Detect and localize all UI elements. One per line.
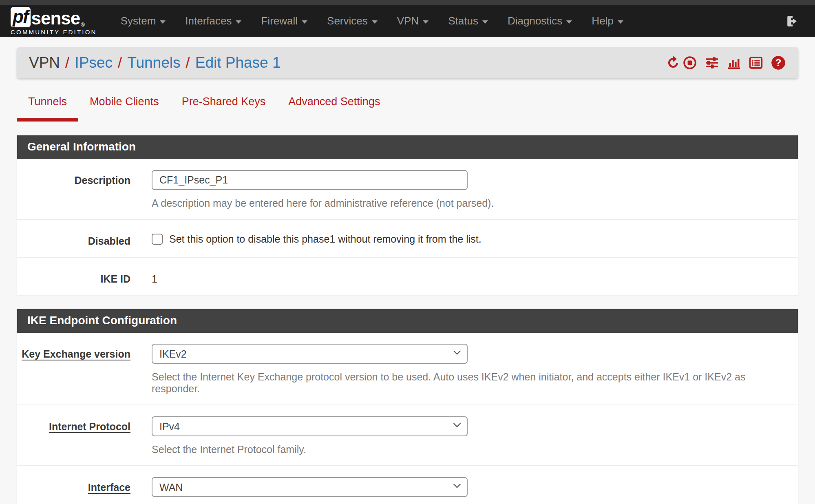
panel-ike-endpoint-configuration: IKE Endpoint Configuration Key Exchange … [17, 309, 798, 504]
stop-circle-icon[interactable] [682, 55, 697, 70]
chevron-down-icon [372, 20, 378, 24]
nav-item-label: Status [448, 15, 478, 27]
refresh-icon[interactable] [666, 55, 680, 70]
community-edition-label: COMMUNITY EDITION [11, 29, 97, 35]
checkbox-label: Set this option to disable this phase1 w… [169, 233, 481, 245]
bar-chart-icon[interactable] [727, 55, 741, 70]
form-row-key-exchange-version: Key Exchange version IKEv2 Select the In… [17, 333, 798, 405]
form-row-ike-id: IKE ID 1 [17, 257, 798, 295]
nav-item-services[interactable]: Services [317, 15, 387, 27]
key-exchange-version-select[interactable]: IKEv2 [152, 344, 468, 364]
breadcrumb-bar: VPN / IPsec / Tunnels / Edit Phase 1 [17, 47, 798, 78]
panel-title: IKE Endpoint Configuration [17, 309, 798, 333]
form-row-description: Description A description may be entered… [17, 159, 798, 219]
help-text: A description may be entered here for ad… [152, 197, 494, 209]
chevron-down-icon [423, 20, 428, 24]
list-icon[interactable] [749, 55, 763, 70]
svg-text:?: ? [775, 57, 782, 68]
breadcrumb-link-ipsec[interactable]: IPsec [75, 54, 113, 71]
form-row-disabled: Disabled Set this option to disable this… [17, 219, 798, 257]
field-label: Description [17, 170, 130, 209]
help-circle-icon[interactable]: ? [771, 55, 786, 71]
panel-title: General Information [17, 135, 798, 159]
field-help: Select the Internet Key Exchange protoco… [152, 371, 786, 395]
nav-item-label: Help [592, 15, 613, 27]
nav-item-label: Diagnostics [508, 15, 562, 27]
nav-item-interfaces[interactable]: Interfaces [175, 15, 251, 27]
form-row-interface: Interface WAN Select the interface for t… [17, 465, 798, 504]
field-label: Key Exchange version [17, 344, 130, 395]
main-navbar: pf sense ® COMMUNITY EDITION System Inte… [0, 5, 815, 37]
field-label: IKE ID [17, 269, 130, 285]
field-label: Disabled [17, 231, 130, 247]
chevron-down-icon [482, 20, 488, 24]
nav-item-status[interactable]: Status [438, 15, 498, 27]
navbar-menu: System Interfaces Firewall Services VPN … [111, 15, 633, 27]
tab-bar: Tunnels Mobile Clients Pre-Shared Keys A… [17, 92, 798, 122]
tab-tunnels[interactable]: Tunnels [17, 92, 78, 122]
breadcrumb-separator: / [65, 54, 69, 71]
nav-item-firewall[interactable]: Firewall [251, 15, 317, 27]
nav-item-label: Services [327, 15, 368, 27]
tab-advanced-settings[interactable]: Advanced Settings [277, 92, 391, 122]
interface-select[interactable]: WAN [152, 477, 468, 497]
pfsense-logo[interactable]: pf sense ® COMMUNITY EDITION [11, 7, 97, 35]
window-top-strip [0, 0, 815, 5]
nav-item-help[interactable]: Help [582, 15, 633, 27]
logo-pf-box: pf [11, 7, 31, 27]
disabled-checkbox[interactable] [152, 234, 163, 245]
registered-mark: ® [81, 22, 85, 27]
internet-protocol-select[interactable]: IPv4 [152, 416, 468, 436]
nav-item-vpn[interactable]: VPN [387, 15, 438, 27]
breadcrumb-separator: / [118, 54, 122, 71]
nav-item-diagnostics[interactable]: Diagnostics [498, 15, 582, 27]
field-help: Select the Internet Protocol family. [152, 444, 786, 455]
tab-pre-shared-keys[interactable]: Pre-Shared Keys [170, 92, 277, 122]
nav-item-label: VPN [397, 15, 419, 27]
form-row-internet-protocol: Internet Protocol IPv4 Select the Intern… [17, 405, 798, 465]
breadcrumb: VPN / IPsec / Tunnels / Edit Phase 1 [29, 54, 281, 71]
chevron-down-icon [160, 20, 166, 24]
nav-item-label: System [121, 15, 156, 27]
nav-item-label: Firewall [261, 15, 298, 27]
page-toolbar: ? [658, 55, 786, 71]
tab-mobile-clients[interactable]: Mobile Clients [78, 92, 170, 122]
sign-out-icon[interactable] [785, 14, 799, 28]
field-label: Internet Protocol [17, 416, 130, 455]
nav-item-label: Interfaces [185, 15, 232, 27]
chevron-down-icon [618, 20, 623, 24]
breadcrumb-link-edit-phase-1[interactable]: Edit Phase 1 [195, 54, 281, 71]
breadcrumb-root: VPN [29, 54, 60, 71]
chevron-down-icon [236, 20, 241, 24]
breadcrumb-link-tunnels[interactable]: Tunnels [127, 54, 180, 71]
logo-sense-text: sense [31, 9, 80, 27]
ike-id-value: 1 [152, 269, 786, 285]
field-help: A description may be entered here for ad… [152, 197, 786, 209]
field-label: Interface [17, 477, 130, 504]
description-input[interactable] [152, 170, 468, 190]
nav-item-system[interactable]: System [111, 15, 176, 27]
sliders-icon[interactable] [705, 55, 719, 70]
chevron-down-icon [302, 20, 307, 24]
breadcrumb-separator: / [186, 54, 190, 71]
chevron-down-icon [566, 20, 572, 24]
panel-general-information: General Information Description A descri… [17, 135, 798, 295]
help-text: Select the Internet Key Exchange protoco… [152, 371, 786, 395]
help-text: Select the Internet Protocol family. [152, 444, 306, 455]
